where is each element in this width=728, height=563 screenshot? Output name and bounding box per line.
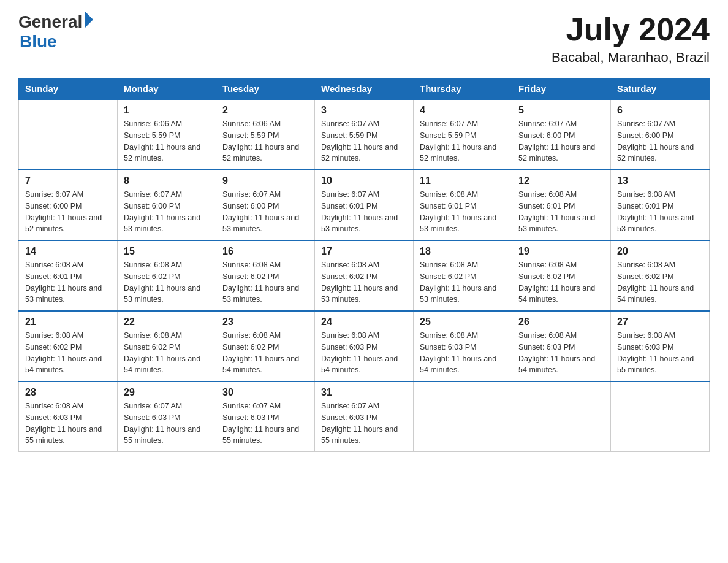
calendar-week-row: 21Sunrise: 6:08 AM Sunset: 6:02 PM Dayli… — [19, 311, 710, 381]
day-detail: Sunrise: 6:08 AM Sunset: 6:02 PM Dayligh… — [518, 259, 604, 305]
day-number: 11 — [420, 175, 506, 186]
calendar-cell: 4Sunrise: 6:07 AM Sunset: 5:59 PM Daylig… — [414, 99, 512, 170]
title-block: July 2024 Bacabal, Maranhao, Brazil — [552, 12, 710, 66]
calendar-cell: 20Sunrise: 6:08 AM Sunset: 6:02 PM Dayli… — [611, 240, 710, 311]
calendar-cell: 14Sunrise: 6:08 AM Sunset: 6:01 PM Dayli… — [19, 240, 118, 311]
day-detail: Sunrise: 6:06 AM Sunset: 5:59 PM Dayligh… — [222, 118, 308, 164]
calendar-cell: 28Sunrise: 6:08 AM Sunset: 6:03 PM Dayli… — [19, 381, 118, 452]
logo: General Blue — [18, 12, 93, 52]
calendar-cell: 25Sunrise: 6:08 AM Sunset: 6:03 PM Dayli… — [414, 311, 512, 381]
calendar-cell: 22Sunrise: 6:08 AM Sunset: 6:02 PM Dayli… — [118, 311, 216, 381]
calendar-cell — [414, 381, 512, 452]
day-detail: Sunrise: 6:08 AM Sunset: 6:02 PM Dayligh… — [124, 259, 210, 305]
day-detail: Sunrise: 6:08 AM Sunset: 6:02 PM Dayligh… — [321, 259, 407, 305]
day-number: 31 — [321, 387, 407, 398]
calendar-week-row: 7Sunrise: 6:07 AM Sunset: 6:00 PM Daylig… — [19, 170, 710, 240]
calendar-cell: 17Sunrise: 6:08 AM Sunset: 6:02 PM Dayli… — [315, 240, 414, 311]
day-number: 20 — [617, 246, 703, 257]
day-number: 18 — [420, 246, 506, 257]
calendar-cell: 3Sunrise: 6:07 AM Sunset: 5:59 PM Daylig… — [315, 99, 414, 170]
calendar-cell: 24Sunrise: 6:08 AM Sunset: 6:03 PM Dayli… — [315, 311, 414, 381]
calendar-cell: 9Sunrise: 6:07 AM Sunset: 6:00 PM Daylig… — [216, 170, 315, 240]
logo-blue-text: Blue — [20, 32, 93, 52]
day-detail: Sunrise: 6:08 AM Sunset: 6:02 PM Dayligh… — [222, 259, 308, 305]
calendar-week-row: 1Sunrise: 6:06 AM Sunset: 5:59 PM Daylig… — [19, 99, 710, 170]
calendar-cell — [512, 381, 611, 452]
day-detail: Sunrise: 6:07 AM Sunset: 6:01 PM Dayligh… — [321, 189, 407, 235]
day-of-week-header: Saturday — [611, 79, 710, 100]
day-detail: Sunrise: 6:08 AM Sunset: 6:01 PM Dayligh… — [420, 189, 506, 235]
day-detail: Sunrise: 6:07 AM Sunset: 6:03 PM Dayligh… — [321, 400, 407, 446]
calendar-cell: 12Sunrise: 6:08 AM Sunset: 6:01 PM Dayli… — [512, 170, 611, 240]
day-number: 1 — [124, 105, 210, 116]
day-number: 16 — [222, 246, 308, 257]
day-number: 4 — [420, 105, 506, 116]
day-number: 6 — [617, 105, 703, 116]
day-detail: Sunrise: 6:08 AM Sunset: 6:02 PM Dayligh… — [420, 259, 506, 305]
day-number: 23 — [222, 316, 308, 327]
day-number: 30 — [222, 387, 308, 398]
day-number: 12 — [518, 175, 604, 186]
calendar-cell: 30Sunrise: 6:07 AM Sunset: 6:03 PM Dayli… — [216, 381, 315, 452]
calendar-cell: 13Sunrise: 6:08 AM Sunset: 6:01 PM Dayli… — [611, 170, 710, 240]
day-of-week-header: Monday — [118, 79, 216, 100]
day-number: 2 — [222, 105, 308, 116]
day-number: 26 — [518, 316, 604, 327]
day-number: 5 — [518, 105, 604, 116]
day-number: 22 — [124, 316, 210, 327]
day-detail: Sunrise: 6:06 AM Sunset: 5:59 PM Dayligh… — [124, 118, 210, 164]
day-detail: Sunrise: 6:08 AM Sunset: 6:02 PM Dayligh… — [124, 330, 210, 376]
calendar-cell: 18Sunrise: 6:08 AM Sunset: 6:02 PM Dayli… — [414, 240, 512, 311]
calendar-cell: 16Sunrise: 6:08 AM Sunset: 6:02 PM Dayli… — [216, 240, 315, 311]
day-detail: Sunrise: 6:08 AM Sunset: 6:03 PM Dayligh… — [420, 330, 506, 376]
day-detail: Sunrise: 6:08 AM Sunset: 6:02 PM Dayligh… — [222, 330, 308, 376]
day-detail: Sunrise: 6:08 AM Sunset: 6:02 PM Dayligh… — [617, 259, 703, 305]
day-detail: Sunrise: 6:07 AM Sunset: 6:00 PM Dayligh… — [124, 189, 210, 235]
day-number: 8 — [124, 175, 210, 186]
day-detail: Sunrise: 6:07 AM Sunset: 6:00 PM Dayligh… — [25, 189, 111, 235]
day-number: 24 — [321, 316, 407, 327]
day-of-week-header: Tuesday — [216, 79, 315, 100]
calendar-cell: 23Sunrise: 6:08 AM Sunset: 6:02 PM Dayli… — [216, 311, 315, 381]
day-of-week-header: Friday — [512, 79, 611, 100]
day-number: 10 — [321, 175, 407, 186]
day-detail: Sunrise: 6:08 AM Sunset: 6:03 PM Dayligh… — [321, 330, 407, 376]
day-detail: Sunrise: 6:07 AM Sunset: 5:59 PM Dayligh… — [321, 118, 407, 164]
location-subtitle: Bacabal, Maranhao, Brazil — [552, 50, 710, 66]
calendar-cell: 31Sunrise: 6:07 AM Sunset: 6:03 PM Dayli… — [315, 381, 414, 452]
day-number: 17 — [321, 246, 407, 257]
day-number: 21 — [25, 316, 111, 327]
day-detail: Sunrise: 6:07 AM Sunset: 6:03 PM Dayligh… — [124, 400, 210, 446]
page-header: General Blue July 2024 Bacabal, Maranhao… — [18, 12, 710, 66]
calendar-header-row: SundayMondayTuesdayWednesdayThursdayFrid… — [19, 79, 710, 100]
day-detail: Sunrise: 6:07 AM Sunset: 6:00 PM Dayligh… — [617, 118, 703, 164]
day-number: 15 — [124, 246, 210, 257]
calendar-cell: 2Sunrise: 6:06 AM Sunset: 5:59 PM Daylig… — [216, 99, 315, 170]
day-detail: Sunrise: 6:08 AM Sunset: 6:01 PM Dayligh… — [25, 259, 111, 305]
day-detail: Sunrise: 6:08 AM Sunset: 6:03 PM Dayligh… — [617, 330, 703, 376]
logo-general-text: General — [18, 12, 82, 32]
calendar-cell: 26Sunrise: 6:08 AM Sunset: 6:03 PM Dayli… — [512, 311, 611, 381]
logo-arrow-icon — [85, 11, 93, 28]
calendar-cell: 29Sunrise: 6:07 AM Sunset: 6:03 PM Dayli… — [118, 381, 216, 452]
day-detail: Sunrise: 6:07 AM Sunset: 6:03 PM Dayligh… — [222, 400, 308, 446]
calendar-cell: 5Sunrise: 6:07 AM Sunset: 6:00 PM Daylig… — [512, 99, 611, 170]
day-of-week-header: Sunday — [19, 79, 118, 100]
day-detail: Sunrise: 6:07 AM Sunset: 5:59 PM Dayligh… — [420, 118, 506, 164]
calendar-cell: 8Sunrise: 6:07 AM Sunset: 6:00 PM Daylig… — [118, 170, 216, 240]
calendar-cell: 19Sunrise: 6:08 AM Sunset: 6:02 PM Dayli… — [512, 240, 611, 311]
day-of-week-header: Thursday — [414, 79, 512, 100]
day-detail: Sunrise: 6:08 AM Sunset: 6:01 PM Dayligh… — [617, 189, 703, 235]
calendar-cell — [611, 381, 710, 452]
day-of-week-header: Wednesday — [315, 79, 414, 100]
day-detail: Sunrise: 6:08 AM Sunset: 6:03 PM Dayligh… — [25, 400, 111, 446]
calendar-cell: 27Sunrise: 6:08 AM Sunset: 6:03 PM Dayli… — [611, 311, 710, 381]
calendar-cell: 1Sunrise: 6:06 AM Sunset: 5:59 PM Daylig… — [118, 99, 216, 170]
day-detail: Sunrise: 6:07 AM Sunset: 6:00 PM Dayligh… — [222, 189, 308, 235]
day-number: 28 — [25, 387, 111, 398]
calendar-week-row: 14Sunrise: 6:08 AM Sunset: 6:01 PM Dayli… — [19, 240, 710, 311]
calendar-cell: 7Sunrise: 6:07 AM Sunset: 6:00 PM Daylig… — [19, 170, 118, 240]
day-detail: Sunrise: 6:08 AM Sunset: 6:02 PM Dayligh… — [25, 330, 111, 376]
day-number: 3 — [321, 105, 407, 116]
day-detail: Sunrise: 6:08 AM Sunset: 6:03 PM Dayligh… — [518, 330, 604, 376]
